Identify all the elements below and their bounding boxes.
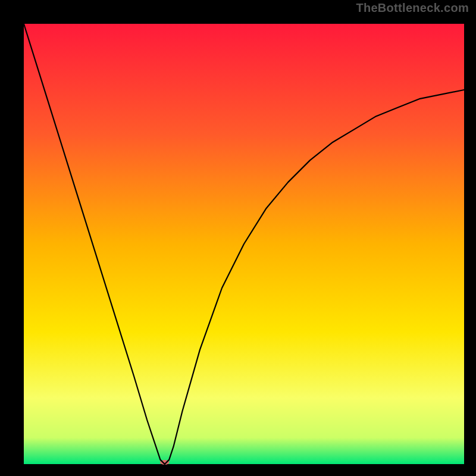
chart-frame (6, 12, 470, 470)
bottleneck-chart (6, 12, 470, 470)
